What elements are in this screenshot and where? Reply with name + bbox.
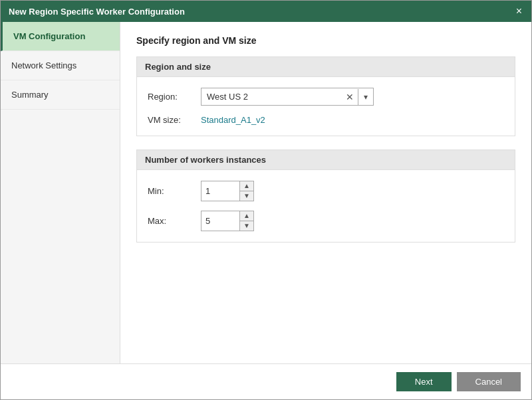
region-input[interactable] [201, 88, 342, 105]
vm-size-row: VM size: Standard_A1_v2 [148, 115, 504, 125]
sidebar: VM Configuration Network Settings Summar… [1, 22, 120, 363]
sidebar-item-summary[interactable]: Summary [1, 80, 120, 110]
max-increment-button[interactable]: ▲ [240, 211, 253, 221]
close-button[interactable]: × [515, 6, 523, 17]
min-increment-button[interactable]: ▲ [240, 181, 253, 191]
region-clear-button[interactable]: ✕ [342, 89, 358, 105]
min-row: Min: ▲ ▼ [148, 181, 504, 201]
dialog-body: VM Configuration Network Settings Summar… [1, 22, 531, 363]
max-spinner-buttons: ▲ ▼ [239, 211, 253, 231]
region-size-box: Region and size Region: ✕ ▾ VM size: Sta… [136, 56, 515, 136]
dialog: New Region Specific Worker Configuration… [0, 0, 532, 400]
main-content: Specify region and VM size Region and si… [120, 22, 531, 363]
max-input[interactable] [201, 213, 239, 229]
region-row: Region: ✕ ▾ [148, 88, 504, 106]
dialog-footer: Next Cancel [1, 363, 531, 399]
title-bar: New Region Specific Worker Configuration… [1, 1, 531, 22]
dialog-title: New Region Specific Worker Configuration [9, 7, 185, 17]
workers-header: Number of workers instances [137, 150, 515, 170]
min-spinner-buttons: ▲ ▼ [239, 181, 253, 201]
min-decrement-button[interactable]: ▼ [240, 191, 253, 201]
max-decrement-button[interactable]: ▼ [240, 221, 253, 231]
region-dropdown-button[interactable]: ▾ [358, 90, 373, 104]
min-input[interactable] [201, 183, 239, 199]
max-row: Max: ▲ ▼ [148, 211, 504, 231]
next-button[interactable]: Next [396, 372, 452, 391]
max-spinner: ▲ ▼ [201, 211, 254, 231]
region-select-wrapper: ✕ ▾ [201, 88, 374, 106]
cancel-button[interactable]: Cancel [457, 372, 521, 391]
region-label: Region: [148, 92, 201, 102]
max-label: Max: [148, 216, 201, 226]
min-spinner: ▲ ▼ [201, 181, 254, 201]
min-label: Min: [148, 186, 201, 196]
workers-box: Number of workers instances Min: ▲ ▼ [136, 150, 515, 243]
page-title: Specify region and VM size [136, 35, 515, 46]
workers-body: Min: ▲ ▼ Max: [137, 170, 515, 242]
vm-size-link[interactable]: Standard_A1_v2 [201, 115, 265, 125]
sidebar-item-vm-configuration[interactable]: VM Configuration [1, 22, 120, 51]
vm-size-label: VM size: [148, 115, 201, 125]
region-size-body: Region: ✕ ▾ VM size: Standard_A1_v2 [137, 77, 515, 136]
region-size-header: Region and size [137, 57, 515, 77]
sidebar-item-network-settings[interactable]: Network Settings [1, 51, 120, 80]
